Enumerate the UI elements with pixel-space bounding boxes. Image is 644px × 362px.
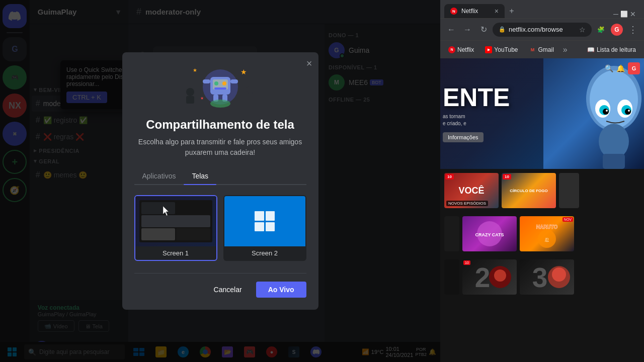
- browser-bookmarks: N Netflix ▶ YouTube M Gmail » 📖 Lista de…: [440, 40, 644, 58]
- netflix-thumbnails-2: CRAZY CATS NARUTO 忍 NOV: [444, 216, 640, 251]
- win-square-2: [266, 211, 275, 221]
- netflix-favicon-tab: N: [450, 8, 457, 15]
- star-icon[interactable]: ☆: [579, 26, 586, 34]
- back-button[interactable]: ←: [444, 23, 458, 37]
- rank-badge-voce: 10: [445, 174, 454, 179]
- gmail-label: Gmail: [538, 46, 554, 53]
- close-window-icon[interactable]: ✕: [630, 10, 636, 18]
- tab-telas[interactable]: Telas: [184, 168, 216, 184]
- windows-logo: [255, 211, 275, 231]
- screen-2-label: Screen 2: [224, 246, 305, 260]
- refresh-button[interactable]: ↻: [476, 23, 491, 37]
- svg-text:NARUTO: NARUTO: [536, 224, 558, 230]
- netflix-thumbnails-1: VOCÊ 10 NOVOS EPISÓDIOS CÍRCULO DE FOGO …: [444, 173, 640, 208]
- svg-point-37: [494, 269, 506, 282]
- hero-title: ENTE: [443, 85, 510, 110]
- mini-tile-4: [141, 228, 176, 240]
- svg-text:★: ★: [200, 96, 204, 101]
- netflix-label: Netflix: [457, 46, 474, 53]
- tab-title: Netflix: [461, 8, 478, 15]
- svg-point-24: [603, 109, 609, 115]
- svg-point-4: [222, 81, 226, 85]
- screen-2-option[interactable]: Screen 2: [223, 195, 306, 261]
- tab-close-button[interactable]: ×: [495, 7, 499, 15]
- bookmark-netflix[interactable]: N Netflix: [444, 44, 478, 55]
- svg-point-27: [628, 110, 630, 112]
- svg-text:3: 3: [532, 262, 548, 293]
- netflix-row-3: 2 10 3: [440, 255, 644, 299]
- svg-point-13: [186, 88, 194, 96]
- thumb-voce[interactable]: VOCÊ 10 NOVOS EPISÓDIOS: [444, 173, 499, 208]
- restore-icon[interactable]: ⬜: [620, 11, 628, 18]
- youtube-favicon-bookmark: ▶: [485, 46, 492, 53]
- live-button[interactable]: Ao Vivo: [256, 282, 306, 298]
- new-episodes-badge: NOVOS EPISÓDIOS: [446, 201, 488, 206]
- thumb-edge[interactable]: [559, 173, 579, 208]
- modal-title: Compartilhamento de tela: [134, 118, 306, 132]
- forward-button[interactable]: →: [460, 23, 474, 37]
- modal-tabs: Aplicativos Telas: [134, 168, 306, 185]
- mini-tile-3: [141, 215, 210, 227]
- browser-menu-icon[interactable]: ⋮: [626, 23, 640, 37]
- svg-point-15: [247, 85, 255, 94]
- extensions-icon[interactable]: 🧩: [594, 23, 608, 37]
- modal-illustration: ★ ★ ★: [134, 64, 306, 110]
- youtube-label: YouTube: [494, 46, 518, 53]
- modal-overlay: ×: [0, 0, 440, 362]
- browser-content: ENTE as tornam e criado, e Informações 🔍…: [440, 58, 644, 362]
- reading-list-bookmark[interactable]: 📖 Lista de leitura: [583, 44, 640, 55]
- lock-icon: 🔒: [499, 26, 506, 33]
- tab-aplicativos[interactable]: Aplicativos: [134, 168, 184, 184]
- thumb-num-3[interactable]: 3: [520, 259, 574, 295]
- user-netflix-icon[interactable]: G: [628, 62, 640, 74]
- svg-point-17: [210, 100, 230, 108]
- modal-close-button[interactable]: ×: [306, 58, 312, 68]
- minimize-icon[interactable]: ─: [613, 10, 618, 18]
- cancel-button[interactable]: Cancelar: [206, 282, 250, 298]
- screen-1-mini-preview: [139, 200, 212, 242]
- bookmarks-more-icon[interactable]: »: [561, 45, 570, 54]
- svg-point-3: [214, 81, 218, 85]
- megamind-svg: [543, 58, 644, 169]
- address-bar[interactable]: 🔒 netflix.com/browse ☆: [493, 23, 592, 37]
- info-button[interactable]: Informações: [443, 132, 484, 142]
- browser-tabs: N Netflix × + ─ ⬜ ✕: [440, 0, 644, 18]
- thumb-circulo[interactable]: CÍRCULO DE FOGO 10: [502, 173, 556, 208]
- netflix-row-1: VOCÊ 10 NOVOS EPISÓDIOS CÍRCULO DE FOGO …: [440, 169, 644, 212]
- profile-icon[interactable]: G: [610, 23, 624, 37]
- hero-subtitle: as tornam e criado, e: [443, 113, 503, 127]
- rank-badge-circulo: 10: [503, 174, 511, 179]
- naruto-badge: NOV: [562, 217, 573, 222]
- svg-rect-9: [230, 79, 238, 83]
- svg-rect-29: [603, 154, 625, 169]
- hero-controls: 🔍 🔔 G: [605, 62, 640, 74]
- browser-toolbar: ← → ↻ 🔒 netflix.com/browse ☆ 🧩 G ⋮: [440, 18, 644, 40]
- thumb-3-edge[interactable]: [444, 259, 459, 295]
- svg-point-40: [552, 267, 566, 282]
- thumb-naruto[interactable]: NARUTO 忍 NOV: [520, 216, 574, 251]
- svg-point-25: [625, 109, 631, 115]
- address-text: netflix.com/browse: [509, 26, 563, 33]
- bookmark-gmail[interactable]: M Gmail: [525, 44, 558, 55]
- thumb-2-edge[interactable]: [444, 216, 459, 251]
- svg-rect-14: [186, 96, 194, 104]
- svg-text:★: ★: [240, 68, 247, 76]
- profile-avatar: G: [611, 24, 623, 36]
- search-netflix-icon[interactable]: 🔍: [605, 64, 613, 72]
- thumb-cats[interactable]: CRAZY CATS: [462, 216, 517, 251]
- screen-1-option[interactable]: Screen 1: [134, 195, 217, 261]
- bookmark-youtube[interactable]: ▶ YouTube: [481, 44, 522, 55]
- win-square-1: [255, 211, 264, 221]
- netflix-tab[interactable]: N Netflix ×: [444, 4, 505, 18]
- new-tab-button[interactable]: +: [505, 4, 519, 18]
- illustration-wrapper: ★ ★ ★: [175, 64, 266, 110]
- cursor-svg: [163, 206, 171, 216]
- hero-text-overlay: ENTE as tornam e criado, e Informações: [443, 85, 510, 142]
- notification-icon[interactable]: 🔔: [616, 64, 625, 72]
- hero-image: [543, 58, 644, 169]
- browser-panel: N Netflix × + ─ ⬜ ✕ ← → ↻ 🔒 netflix.com/…: [440, 0, 644, 362]
- mini-tile-2: [176, 202, 210, 214]
- svg-text:★: ★: [193, 67, 197, 73]
- thumb-num-2[interactable]: 2 10: [462, 259, 517, 295]
- screen-share-modal: ×: [122, 52, 318, 310]
